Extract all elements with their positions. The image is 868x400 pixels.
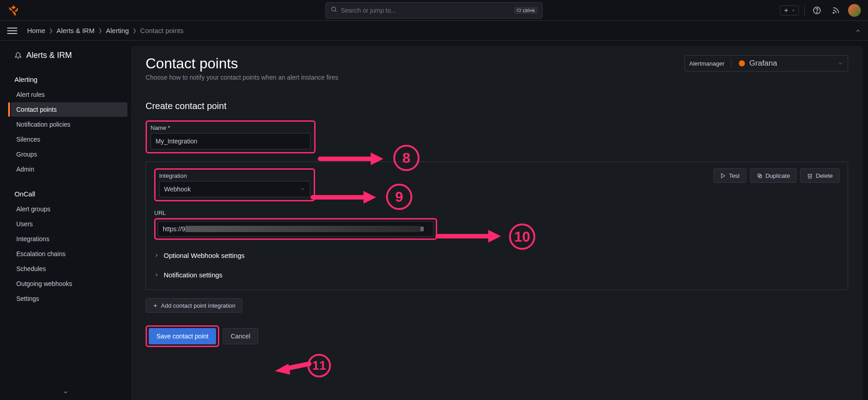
page-title: Contact points xyxy=(146,55,338,72)
nav-silences[interactable]: Silences xyxy=(11,132,127,147)
sidebar-header-alerting[interactable]: Alerting xyxy=(11,72,127,87)
chevron-right-icon: ❯ xyxy=(49,28,53,33)
delete-button[interactable]: Delete xyxy=(800,168,840,183)
optional-webhook-settings-toggle[interactable]: Optional Webhook settings xyxy=(154,252,840,259)
integration-actions: Test Duplicate Delete xyxy=(713,168,840,183)
search-shortcut-hint: ctrl+k xyxy=(514,7,538,14)
sidebar: Alerts & IRM Alerting Alert rules Contac… xyxy=(0,41,131,400)
svg-rect-2 xyxy=(518,9,521,11)
chevron-right-icon xyxy=(154,272,159,277)
svg-point-8 xyxy=(739,60,745,67)
page-subtitle: Choose how to notify your contact points… xyxy=(146,74,338,81)
tutorial-highlight-url: https://98 xyxy=(154,218,437,240)
grafana-logo-icon xyxy=(738,59,746,67)
crumb-alerting[interactable]: Alerting xyxy=(106,27,129,34)
search-icon xyxy=(330,6,337,14)
test-button[interactable]: Test xyxy=(713,168,746,183)
nav-groups[interactable]: Groups xyxy=(11,147,127,162)
user-avatar[interactable] xyxy=(848,4,861,17)
main-content: Contact points Choose how to notify your… xyxy=(131,46,863,400)
add-integration-button[interactable]: Add contact point integration xyxy=(146,298,242,313)
chevron-right-icon: ❯ xyxy=(132,28,137,33)
svg-point-0 xyxy=(332,7,336,11)
breadcrumb-bar: Home ❯ Alerts & IRM ❯ Alerting ❯ Contact… xyxy=(0,21,868,41)
topbar-right xyxy=(780,4,861,17)
news-button[interactable] xyxy=(829,4,843,17)
breadcrumb: Home ❯ Alerts & IRM ❯ Alerting ❯ Contact… xyxy=(27,27,184,34)
alertmanager-label: Alertmanager xyxy=(689,60,725,67)
nav-integrations[interactable]: Integrations xyxy=(11,232,127,246)
integration-select[interactable]: Webhook xyxy=(159,181,310,197)
nav-users[interactable]: Users xyxy=(11,217,127,231)
notification-settings-toggle[interactable]: Notification settings xyxy=(154,271,840,279)
trash-icon xyxy=(807,173,813,179)
chevron-down-icon xyxy=(791,8,796,13)
menu-toggle-button[interactable] xyxy=(7,24,20,37)
duplicate-button[interactable]: Duplicate xyxy=(750,168,797,183)
svg-marker-9 xyxy=(722,173,725,178)
name-label: Name * xyxy=(151,124,311,131)
nav-alert-groups[interactable]: Alert groups xyxy=(11,202,127,216)
nav-notification-policies[interactable]: Notification policies xyxy=(11,117,127,132)
bell-icon xyxy=(14,52,22,59)
alertmanager-value: Grafana xyxy=(750,59,777,68)
tutorial-highlight-name: Name * xyxy=(146,120,316,153)
crumb-alerts-irm[interactable]: Alerts & IRM xyxy=(57,27,94,34)
nav-alert-rules[interactable]: Alert rules xyxy=(11,87,127,102)
sidebar-section-title[interactable]: Alerts & IRM xyxy=(11,48,127,63)
copy-icon xyxy=(757,173,763,179)
chevron-right-icon xyxy=(154,253,159,258)
save-button[interactable]: Save contact point xyxy=(149,328,216,344)
chevron-down-icon[interactable] xyxy=(62,389,69,397)
global-search[interactable]: ctrl+k xyxy=(326,2,542,19)
crumb-current: Contact points xyxy=(140,27,184,34)
search-input[interactable] xyxy=(341,7,514,14)
alertmanager-picker[interactable]: Alertmanager Grafana xyxy=(684,55,848,71)
svg-line-1 xyxy=(335,10,336,12)
url-label: URL xyxy=(154,210,840,216)
nav-settings[interactable]: Settings xyxy=(11,291,127,306)
grafana-logo-icon[interactable] xyxy=(7,4,20,17)
integration-card: Integration Webhook Test Duplicate xyxy=(146,162,848,290)
nav-admin[interactable]: Admin xyxy=(11,162,127,176)
cancel-button[interactable]: Cancel xyxy=(223,328,258,344)
integration-label: Integration xyxy=(159,172,310,179)
top-bar: ctrl+k xyxy=(0,0,868,21)
tutorial-highlight-integration: Integration Webhook xyxy=(154,168,315,201)
name-input[interactable] xyxy=(151,133,311,149)
tutorial-highlight-save: Save contact point xyxy=(146,325,219,347)
add-new-button[interactable] xyxy=(780,5,799,15)
send-icon xyxy=(720,173,726,179)
chevron-down-icon xyxy=(838,61,843,66)
nav-outgoing-webhooks[interactable]: Outgoing webhooks xyxy=(11,276,127,291)
nav-contact-points[interactable]: Contact points xyxy=(11,102,127,117)
collapse-breadcrumb-button[interactable] xyxy=(852,24,864,37)
nav-escalation-chains[interactable]: Escalation chains xyxy=(11,247,127,261)
nav-schedules[interactable]: Schedules xyxy=(11,262,127,276)
chevron-down-icon xyxy=(300,186,305,192)
chevron-right-icon: ❯ xyxy=(98,28,102,33)
help-button[interactable] xyxy=(810,4,824,17)
svg-point-6 xyxy=(816,12,817,12)
url-input[interactable]: https://98 xyxy=(158,221,434,237)
svg-point-7 xyxy=(833,12,834,13)
form-section-title: Create contact point xyxy=(146,101,848,111)
crumb-home[interactable]: Home xyxy=(27,27,45,34)
plus-icon xyxy=(152,303,158,309)
sidebar-header-oncall[interactable]: OnCall xyxy=(11,186,127,201)
